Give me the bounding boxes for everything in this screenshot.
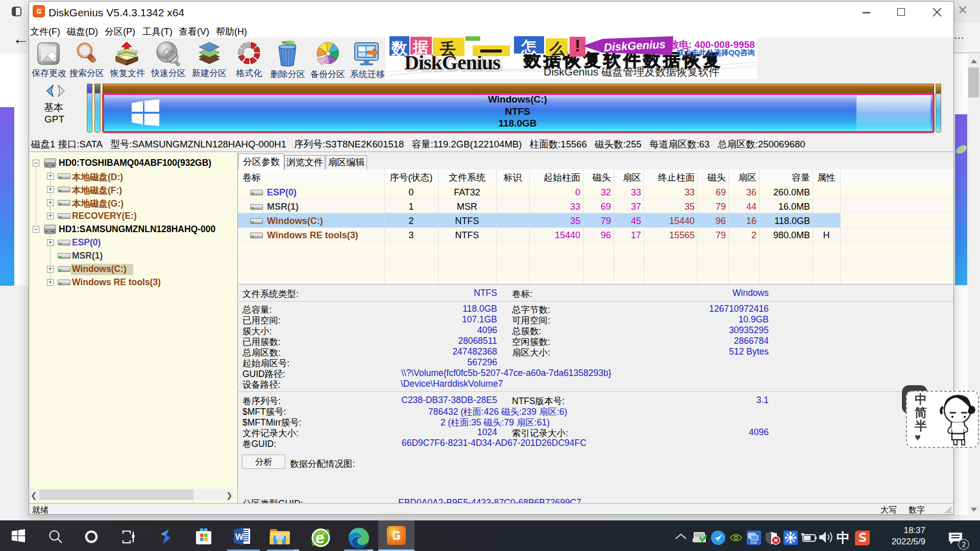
svg-text:intel: intel [750, 541, 757, 544]
svg-text:2: 2 [962, 540, 966, 548]
svg-text:W: W [235, 532, 244, 542]
